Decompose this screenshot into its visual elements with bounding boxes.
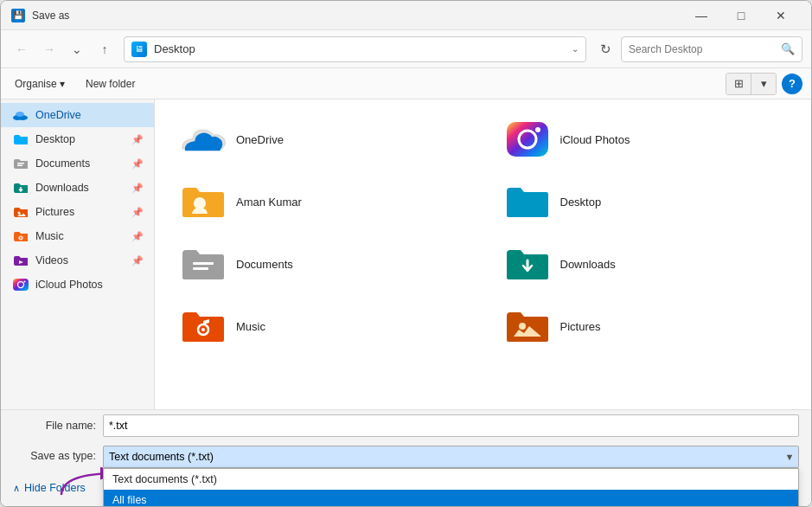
file-item-pictures[interactable]: Pictures [496, 300, 795, 352]
save-as-dialog: 💾 Save as — □ ✕ ← → ⌄ ↑ 🖥 Desktop ⌄ ↻ 🔍 … [0, 0, 812, 507]
hide-folders-chevron-icon: ∧ [13, 483, 20, 494]
main-area: OneDrive Desktop 📌 [1, 99, 811, 409]
help-button[interactable]: ? [782, 74, 802, 94]
file-item-downloads[interactable]: Downloads [496, 238, 795, 290]
sidebar-item-icloudphotos[interactable]: iCloud Photos [1, 273, 154, 297]
pictures-pin-icon: 📌 [131, 207, 144, 218]
savetype-select-wrap[interactable]: Text documents (*.txt) ▾ Text documents … [103, 446, 799, 468]
bottom-area: File name: Save as type: Text documents … [1, 409, 811, 506]
sidebar-item-videos[interactable]: Videos 📌 [1, 248, 154, 273]
sidebar: OneDrive Desktop 📌 [1, 99, 155, 409]
svg-rect-3 [17, 163, 24, 164]
sidebar-item-pictures[interactable]: Pictures 📌 [1, 200, 154, 224]
savetype-dropdown[interactable]: Text documents (*.txt) All files [103, 468, 799, 507]
new-folder-button[interactable]: New folder [80, 74, 140, 93]
address-chevron-icon[interactable]: ⌄ [572, 44, 579, 54]
file-name-documents: Documents [236, 258, 293, 271]
svg-rect-17 [193, 267, 208, 270]
filename-row: File name: [1, 410, 811, 441]
documents-pin-icon: 📌 [131, 158, 144, 170]
sidebar-label-downloads: Downloads [35, 182, 125, 194]
sidebar-item-music[interactable]: Music 📌 [1, 224, 154, 248]
window-title: Save as [32, 10, 681, 22]
documents-large-folder-icon [181, 245, 226, 283]
svg-point-20 [519, 323, 526, 330]
sidebar-label-desktop: Desktop [35, 133, 125, 145]
savetype-label: Save as type: [13, 446, 96, 462]
forward-button[interactable]: → [37, 37, 61, 61]
minimize-button[interactable]: — [681, 1, 721, 30]
pictures-large-folder-icon [505, 307, 550, 345]
view-toggle: ⊞ ▾ [726, 73, 777, 95]
maximize-button[interactable]: □ [721, 1, 761, 30]
view-grid-button[interactable]: ⊞ [726, 74, 751, 94]
window-icon: 💾 [11, 9, 25, 22]
up-button[interactable]: ↑ [93, 37, 117, 61]
file-item-aman[interactable]: Aman Kumar [172, 176, 470, 228]
filename-label: File name: [13, 420, 96, 432]
desktop-pin-icon: 📌 [131, 134, 144, 145]
downloads-large-folder-icon [505, 245, 550, 283]
refresh-button[interactable]: ↻ [593, 37, 617, 61]
sidebar-item-desktop[interactable]: Desktop 📌 [1, 127, 154, 151]
sidebar-item-onedrive[interactable]: OneDrive [1, 103, 154, 127]
sidebar-label-documents: Documents [35, 157, 125, 170]
music-pin-icon: 📌 [131, 231, 144, 242]
sidebar-item-documents[interactable]: Documents 📌 [1, 151, 154, 176]
documents-folder-icon [13, 156, 29, 171]
file-name-downloads: Downloads [560, 258, 616, 271]
toolbar-right: ⊞ ▾ ? [726, 73, 802, 95]
sidebar-label-icloud: iCloud Photos [35, 279, 144, 291]
down-button[interactable]: ⌄ [65, 37, 89, 61]
title-bar: 💾 Save as — □ ✕ [1, 1, 811, 30]
icloud-sidebar-icon [13, 277, 29, 292]
savetype-row: Save as type: Text documents (*.txt) ▾ T… [1, 441, 811, 472]
downloads-pin-icon: 📌 [131, 183, 144, 194]
svg-rect-16 [193, 262, 214, 265]
file-item-icloudphotos[interactable]: iCloud Photos [496, 113, 795, 165]
aman-folder-icon [181, 183, 226, 221]
svg-point-14 [535, 127, 540, 132]
sidebar-label-music: Music [35, 230, 125, 242]
file-item-desktop[interactable]: Desktop [496, 176, 795, 228]
nav-bar: ← → ⌄ ↑ 🖥 Desktop ⌄ ↻ 🔍 [1, 30, 811, 68]
icloud-large-icon [505, 120, 550, 158]
svg-point-15 [194, 197, 206, 209]
filename-input[interactable] [103, 414, 799, 437]
location-icon: 🖥 [131, 42, 147, 57]
savetype-option-allfiles[interactable]: All files [104, 490, 798, 507]
address-text: Desktop [154, 42, 565, 55]
back-button[interactable]: ← [10, 37, 34, 61]
desktop-large-folder-icon [505, 183, 550, 221]
toolbar: Organise ▾ New folder ⊞ ▾ ? [1, 68, 811, 99]
file-item-music[interactable]: Music [172, 300, 470, 352]
window-controls: — □ ✕ [681, 1, 801, 30]
svg-point-11 [24, 281, 26, 283]
organise-button[interactable]: Organise ▾ [10, 74, 70, 93]
address-bar[interactable]: 🖥 Desktop ⌄ [124, 36, 586, 62]
file-name-aman: Aman Kumar [236, 196, 302, 209]
savetype-option-txt[interactable]: Text documents (*.txt) [104, 469, 798, 490]
hide-folders-label: Hide Folders [24, 482, 86, 494]
file-item-documents[interactable]: Documents [172, 238, 470, 290]
videos-folder-icon [13, 253, 29, 268]
svg-rect-4 [17, 164, 22, 166]
close-button[interactable]: ✕ [761, 1, 801, 30]
sidebar-label-onedrive: OneDrive [35, 109, 144, 121]
svg-point-2 [16, 112, 24, 117]
hide-folders-button[interactable]: ∧ Hide Folders [13, 482, 86, 494]
file-grid: OneDrive [172, 113, 794, 352]
sidebar-item-downloads[interactable]: Downloads 📌 [1, 176, 154, 200]
search-input[interactable] [629, 43, 776, 55]
onedrive-large-icon [181, 120, 226, 158]
sidebar-label-videos: Videos [35, 254, 125, 266]
svg-point-7 [20, 237, 21, 238]
sidebar-label-pictures: Pictures [35, 206, 125, 218]
search-icon: 🔍 [781, 42, 795, 55]
file-name-desktop: Desktop [560, 196, 602, 209]
file-name-music: Music [236, 320, 265, 333]
savetype-select[interactable]: Text documents (*.txt) [103, 446, 799, 468]
file-item-onedrive[interactable]: OneDrive [172, 113, 470, 165]
view-dropdown-button[interactable]: ▾ [751, 74, 776, 94]
search-bar[interactable]: 🔍 [621, 36, 802, 62]
